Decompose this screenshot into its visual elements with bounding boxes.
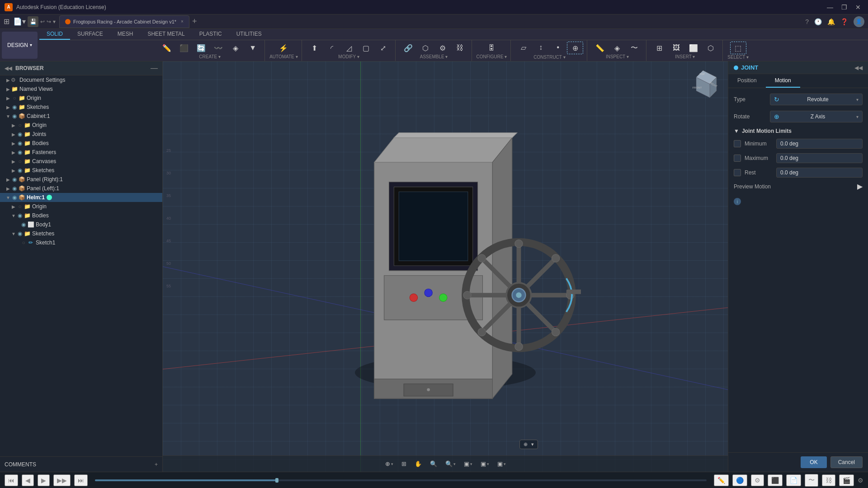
eye-icon-panel-left[interactable]: ◉ (11, 185, 18, 192)
ok-button[interactable]: OK (801, 456, 826, 468)
active-tab[interactable]: Frogtopus Racing - Arcade Cabinet Design… (59, 15, 189, 28)
eye-icon-panel-right[interactable]: ◉ (11, 176, 18, 183)
viewport[interactable]: 25 30 35 40 45 50 55 (163, 61, 728, 472)
widget-dropdown-button[interactable]: ▾ (531, 441, 534, 447)
maximum-checkbox[interactable] (734, 155, 741, 162)
curvature-button[interactable]: 〜 (626, 42, 642, 54)
joint-anim-button[interactable]: ⚙ (751, 474, 764, 486)
preview-play-button[interactable]: ▶ (857, 182, 863, 191)
subtab-sheet-metal[interactable]: SHEET METAL (140, 29, 192, 40)
toggle-cabinet-fasteners[interactable]: ▶ (11, 150, 16, 155)
cancel-button[interactable]: Cancel (830, 456, 863, 468)
loft-button[interactable]: ◈ (227, 42, 244, 54)
eye-icon-body1[interactable]: ◉ (20, 221, 27, 228)
toggle-doc-settings[interactable]: ▶ (5, 78, 11, 83)
eye-icon-helm-sketches[interactable]: ◉ (16, 230, 24, 237)
redo-dropdown[interactable]: ▾ (53, 19, 56, 25)
tree-item-sketches-top[interactable]: ▶ ◉ 📁 Sketches (0, 103, 162, 112)
environment-button[interactable]: ▣▾ (494, 459, 509, 469)
tree-item-cabinet-joints[interactable]: ▶ ◉ 📁 Joints (0, 130, 162, 139)
eye-icon-sketches-top[interactable]: ◉ (11, 104, 18, 110)
toggle-panel-left[interactable]: ▶ (5, 186, 11, 191)
design-menu[interactable]: DESIGN (2, 32, 38, 59)
file-menu[interactable]: 📄▾ (13, 17, 26, 26)
tab-motion[interactable]: Motion (766, 74, 800, 88)
point-button[interactable]: • (550, 42, 566, 54)
eye-icon-helm1[interactable]: ◉ (11, 194, 18, 201)
help-icon[interactable]: ? (805, 18, 809, 25)
eye-icon-cabinet-joints[interactable]: ◉ (16, 131, 24, 137)
tree-item-named-views[interactable]: ▶ 📁 Named Views (0, 84, 162, 94)
tree-item-helm-origin[interactable]: ▶ ○ 📁 Origin (0, 202, 162, 211)
revolve-button[interactable]: 🔄 (193, 42, 209, 54)
minimize-button[interactable]: — (824, 3, 836, 12)
eye-icon-cabinet-canvases[interactable]: ○ (16, 158, 24, 164)
tree-item-cabinet-canvases[interactable]: ▶ ○ 📁 Canvases (0, 157, 162, 166)
subtab-solid[interactable]: SOLID (39, 29, 70, 40)
toggle-sketches-top[interactable]: ▶ (5, 105, 11, 110)
close-button[interactable]: ✕ (853, 3, 863, 12)
step-forward-button[interactable]: ▶▶ (53, 474, 71, 486)
tree-item-body1[interactable]: ◉ ⬜ Body1 (0, 220, 162, 229)
timeline-bar[interactable] (95, 479, 707, 481)
eye-icon-cabinet1[interactable]: ◉ (11, 113, 18, 119)
eye-icon-origin[interactable]: ○ (11, 95, 18, 101)
tree-item-cabinet-sketches[interactable]: ▶ ◉ 📁 Sketches (0, 166, 162, 175)
subtab-utilities[interactable]: UTILITIES (229, 29, 269, 40)
snap-button[interactable]: ⊕▾ (382, 459, 397, 469)
pan-button[interactable]: ✋ (411, 459, 425, 469)
drive-joints-button[interactable]: ⚙ (434, 42, 451, 54)
tree-item-panel-right[interactable]: ▶ ◉ 📦 Panel (Right):1 (0, 175, 162, 184)
save-button[interactable]: 💾 (28, 16, 38, 27)
question-icon[interactable]: ❓ (840, 18, 848, 25)
undo-button[interactable]: ↩ (40, 19, 45, 25)
plane-button[interactable]: ▱ (515, 42, 532, 54)
toggle-helm-origin[interactable]: ▶ (11, 204, 16, 209)
sheet-button[interactable]: 📄 (786, 474, 801, 486)
zoom-dropdown[interactable]: 🔍▾ (442, 459, 459, 469)
motion-link-button[interactable]: ⛓ (452, 42, 468, 54)
go-to-start-button[interactable]: ⏮ (5, 474, 18, 486)
solid-tool-button[interactable]: ⬛ (768, 474, 783, 486)
eye-icon-cabinet-fasteners[interactable]: ◉ (16, 149, 24, 155)
maximum-input[interactable]: 0.0 deg (776, 153, 863, 163)
toggle-helm-sketches[interactable]: ▼ (11, 231, 16, 236)
canvas-button[interactable]: ⬜ (685, 42, 702, 54)
grid-button[interactable]: ⊞ (398, 459, 410, 469)
insert-button[interactable]: ⊞ (651, 42, 667, 54)
tab-position[interactable]: Position (728, 74, 766, 88)
user-avatar[interactable]: 👤 (854, 16, 864, 27)
joint-motion-limits-header[interactable]: ▼ Joint Motion Limits (734, 128, 863, 134)
measure-button[interactable]: 📏 (592, 42, 608, 54)
viewport-control-widget[interactable]: ⊕ ▾ (519, 440, 538, 449)
decal-button[interactable]: 🖼 (668, 42, 684, 54)
eye-icon-cabinet-bodies[interactable]: ◉ (16, 140, 24, 146)
eye-icon-helm-origin[interactable]: ○ (16, 203, 24, 210)
tree-item-helm-sketches[interactable]: ▼ ◉ 📁 Sketches (0, 229, 162, 238)
browser-back-icon[interactable]: ◀◀ (5, 66, 12, 71)
shell-button[interactable]: ▢ (358, 42, 374, 54)
select-button[interactable]: ⬚ (730, 42, 746, 54)
more-create-button[interactable]: ▼ (245, 42, 261, 54)
go-to-end-button[interactable]: ⏭ (74, 474, 88, 486)
toggle-helm1[interactable]: ▼ (5, 195, 11, 200)
press-pull-button[interactable]: ⬆ (307, 42, 323, 54)
toggle-cabinet1[interactable]: ▼ (5, 114, 11, 119)
minimum-checkbox[interactable] (734, 140, 741, 147)
timeline-scrubber[interactable] (275, 478, 278, 483)
curve-button[interactable]: 〜 (805, 474, 818, 487)
eye-icon-helm-bodies[interactable]: ◉ (16, 212, 24, 219)
bell-icon[interactable]: 🔔 (827, 18, 835, 25)
fillet-button[interactable]: ◜ (324, 42, 340, 54)
toggle-cabinet-joints[interactable]: ▶ (11, 132, 16, 137)
subtab-surface[interactable]: SURFACE (70, 29, 110, 40)
rotate-dropdown[interactable]: ⊕ Z Axis ▾ (770, 111, 863, 122)
sketch-tool-button[interactable]: ✏️ (714, 474, 729, 486)
step-back-button[interactable]: ◀ (22, 474, 34, 486)
axis-button[interactable]: ↕ (533, 42, 549, 54)
browser-collapse-button[interactable]: — (151, 64, 158, 72)
tree-item-cabinet-fasteners[interactable]: ▶ ◉ 📁 Fasteners (0, 148, 162, 157)
surface-tool-button[interactable]: 🔵 (732, 474, 747, 486)
minimum-input[interactable]: 0.0 deg (776, 139, 863, 149)
chain-button[interactable]: ⛓ (822, 474, 835, 486)
